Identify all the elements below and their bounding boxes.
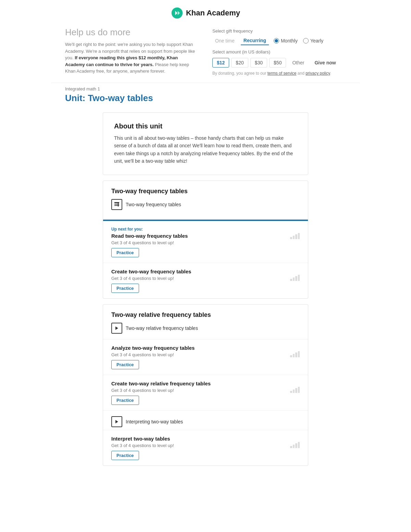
mastery-icon-create xyxy=(290,269,300,281)
section1-video-row: Two-way frequency tables xyxy=(111,199,300,210)
mastery-bar-3 xyxy=(295,234,297,239)
section2-title: Two-way relative frequency tables xyxy=(111,311,300,319)
article-icon xyxy=(111,199,122,210)
practice-create-relative-sub: Get 3 of 4 questions to level up! xyxy=(111,388,286,393)
section2-video2-row: Interpreting two-way tables xyxy=(103,410,308,430)
radio-monthly[interactable]: Monthly xyxy=(274,38,298,44)
section2-video2-left: Interpreting two-way tables xyxy=(111,416,300,427)
practice-create-button[interactable]: Practice xyxy=(111,284,139,293)
practice-create-two-way: Create two-way frequency tables Get 3 of… xyxy=(103,263,308,298)
amount-row: $12 $20 $30 $50 Other Give now xyxy=(212,58,346,67)
practice-interpret: Interpret two-way tables Get 3 of 4 ques… xyxy=(103,430,308,466)
amount-label: Select amount (in US dollars) xyxy=(212,49,346,54)
video-play-icon xyxy=(111,323,122,334)
terms-of-service-link[interactable]: terms of service xyxy=(267,71,297,76)
freq-row: One time Recurring Monthly Yearly xyxy=(212,36,346,45)
mastery-bars xyxy=(290,233,300,239)
mastery-bar-2 xyxy=(293,354,295,357)
mastery-bars-cr xyxy=(290,387,300,393)
mastery-bar-3 xyxy=(295,388,297,393)
practice-analyze-sub: Get 3 of 4 questions to level up! xyxy=(111,352,286,357)
amount-other[interactable]: Other xyxy=(288,58,308,67)
practice-create-relative-title: Create two-way relative frequency tables xyxy=(111,381,286,386)
page-title: Unit: Two-way tables xyxy=(65,93,346,103)
svg-marker-5 xyxy=(115,326,118,330)
logo-text: Khan Academy xyxy=(186,9,240,17)
about-card: About this unit This unit is all about t… xyxy=(103,112,308,175)
donation-left: Help us do more We'll get right to the p… xyxy=(65,27,199,75)
mastery-bars-i xyxy=(290,442,300,448)
mastery-bar-2 xyxy=(293,277,295,281)
practice-interpret-left: Interpret two-way tables Get 3 of 4 ques… xyxy=(111,436,286,460)
practice-create-relative-button[interactable]: Practice xyxy=(111,396,139,405)
donation-right: Select gift frequency One time Recurring… xyxy=(212,27,346,76)
mastery-bar-4 xyxy=(298,351,300,357)
video2-play-icon xyxy=(111,416,122,427)
header: Khan Academy xyxy=(0,0,411,24)
practice-interpret-title: Interpret two-way tables xyxy=(111,436,286,442)
article-svg xyxy=(114,201,120,208)
svg-rect-4 xyxy=(118,202,119,207)
section1-header: Two-way frequency tables Two-way frequen… xyxy=(103,181,308,215)
practice-analyze-button[interactable]: Practice xyxy=(111,360,139,369)
mastery-icon-interpret xyxy=(290,436,300,448)
radio-yearly[interactable]: Yearly xyxy=(303,38,323,44)
mastery-bar-2 xyxy=(293,236,295,239)
practice-create-left: Create two-way frequency tables Get 3 of… xyxy=(111,269,286,293)
mastery-bar-1 xyxy=(290,237,292,239)
practice-create-relative-left: Create two-way relative frequency tables… xyxy=(111,381,286,405)
section2-header: Two-way relative frequency tables Two-wa… xyxy=(103,305,308,339)
breadcrumb: Integrated math 1 xyxy=(65,86,346,91)
practice-read-sub: Get 3 of 4 questions to level up! xyxy=(111,240,286,245)
practice-read-two-way: Up next for you: Read two-way frequency … xyxy=(103,221,308,263)
mastery-bar-4 xyxy=(298,442,300,448)
amount-20[interactable]: $20 xyxy=(231,58,248,67)
mastery-bar-3 xyxy=(295,352,297,357)
gift-freq-label: Select gift frequency xyxy=(212,28,346,34)
mastery-icon-read xyxy=(290,227,300,239)
mastery-bar-1 xyxy=(290,279,292,281)
mastery-bar-1 xyxy=(290,355,292,357)
practice-read-left: Up next for you: Read two-way frequency … xyxy=(111,227,286,257)
practice-read-title: Read two-way frequency tables xyxy=(111,233,286,239)
terms-row: By donating, you agree to our terms of s… xyxy=(212,71,346,76)
svg-marker-6 xyxy=(115,420,118,423)
section2-video2-label: Interpreting two-way tables xyxy=(126,419,183,424)
freq-radio-group: Monthly Yearly xyxy=(274,38,323,44)
freq-one-time[interactable]: One time xyxy=(212,37,237,45)
mastery-bar-4 xyxy=(298,233,300,239)
logo: Khan Academy xyxy=(171,7,240,19)
mastery-icon-analyze xyxy=(290,345,300,357)
donation-banner: Help us do more We'll get right to the p… xyxy=(51,24,360,83)
practice-interpret-sub: Get 3 of 4 questions to level up! xyxy=(111,443,286,448)
mastery-icon-create-rel xyxy=(290,381,300,393)
section1-title: Two-way frequency tables xyxy=(111,188,300,195)
donation-heading: Help us do more xyxy=(65,27,199,38)
mastery-bar-2 xyxy=(293,389,295,393)
khan-academy-logo-icon xyxy=(171,7,183,19)
practice-create-title: Create two-way frequency tables xyxy=(111,269,286,274)
privacy-policy-link[interactable]: privacy policy xyxy=(306,71,330,76)
practice-analyze-left: Analyze two-way frequency tables Get 3 o… xyxy=(111,345,286,369)
freq-recurring[interactable]: Recurring xyxy=(241,36,269,45)
mastery-bar-1 xyxy=(290,446,292,448)
section-two-way-relative: Two-way relative frequency tables Two-wa… xyxy=(103,304,308,466)
video2-inner: Interpreting two-way tables xyxy=(111,416,300,427)
mastery-bar-3 xyxy=(295,276,297,281)
amount-30[interactable]: $30 xyxy=(250,58,267,67)
about-description: This unit is all about two-way tables – … xyxy=(114,134,297,165)
donation-description: We'll get right to the point: we're aski… xyxy=(65,41,199,75)
section2-video-label: Two-way relative frequency tables xyxy=(126,325,198,331)
practice-interpret-button[interactable]: Practice xyxy=(111,451,139,460)
mastery-bar-4 xyxy=(298,275,300,281)
give-now-button[interactable]: Give now xyxy=(310,58,340,67)
practice-analyze: Analyze two-way frequency tables Get 3 o… xyxy=(103,339,308,375)
unit-header: Integrated math 1 Unit: Two-way tables xyxy=(51,83,360,107)
amount-50[interactable]: $50 xyxy=(269,58,286,67)
play-svg xyxy=(114,326,119,331)
about-title: About this unit xyxy=(114,122,297,130)
amount-12[interactable]: $12 xyxy=(212,58,229,67)
section1-video-label: Two-way frequency tables xyxy=(126,202,181,207)
practice-read-button[interactable]: Practice xyxy=(111,248,139,257)
up-next-label: Up next for you: xyxy=(111,227,286,232)
